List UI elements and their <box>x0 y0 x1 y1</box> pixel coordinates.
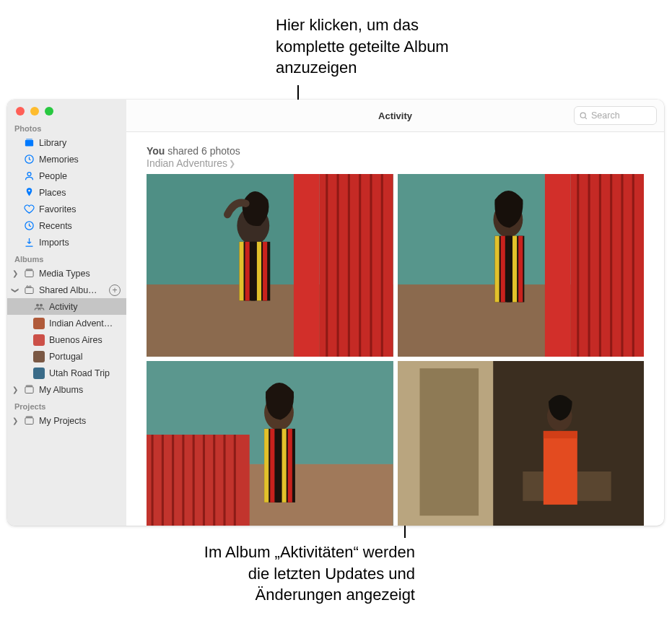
svg-point-4 <box>28 190 30 192</box>
svg-rect-19 <box>147 174 294 284</box>
shared-folder-icon <box>23 284 35 296</box>
sidebar-item-imports[interactable]: Imports <box>7 234 126 251</box>
svg-rect-0 <box>25 140 32 147</box>
photo-thumbnail[interactable] <box>398 174 645 357</box>
chevron-right-icon[interactable]: ❯ <box>12 269 19 277</box>
window-controls <box>7 100 126 120</box>
photo-thumbnail[interactable] <box>398 361 645 526</box>
sidebar-section-albums: Albums <box>7 251 126 265</box>
places-icon <box>23 187 35 199</box>
sidebar-item-label: Portugal <box>49 352 121 362</box>
add-shared-album-button[interactable]: + <box>109 284 121 296</box>
svg-rect-49 <box>494 236 499 303</box>
annotation-bottom: Im Album „Aktivitäten“ werden die letzte… <box>184 542 415 606</box>
recents-icon <box>23 220 35 232</box>
activity-icon <box>33 301 45 313</box>
share-action: shared 6 photos <box>167 145 240 157</box>
sidebar-section-projects: Projects <box>7 398 126 412</box>
chevron-down-icon[interactable]: ❯ <box>12 287 19 294</box>
sidebar-item-label: Memories <box>39 155 121 165</box>
svg-rect-51 <box>506 236 510 303</box>
activity-feed[interactable]: You shared 6 photos Indian Adventures ❯ <box>126 132 664 526</box>
photo-thumbnail[interactable] <box>147 174 393 357</box>
sidebar-item-places[interactable]: Places <box>7 184 126 201</box>
svg-rect-32 <box>245 242 250 301</box>
favorites-icon <box>23 204 35 215</box>
svg-rect-15 <box>25 418 32 425</box>
library-icon <box>23 137 35 149</box>
sidebar-item-label: My Projects <box>39 416 121 426</box>
photo-thumbnail[interactable] <box>147 361 393 526</box>
svg-rect-73 <box>288 429 292 503</box>
svg-rect-16 <box>26 417 32 417</box>
svg-rect-21 <box>294 174 320 357</box>
chevron-right-icon[interactable]: ❯ <box>12 417 19 425</box>
svg-rect-69 <box>264 429 269 503</box>
svg-rect-6 <box>25 271 32 277</box>
sidebar-item-shared-albums[interactable]: ❯ Shared Albu… + <box>7 282 126 298</box>
svg-rect-14 <box>26 386 32 386</box>
sidebar-item-label: Buenos Aires <box>49 335 121 345</box>
svg-rect-81 <box>543 431 577 438</box>
sidebar-item-recents[interactable]: Recents <box>7 217 126 234</box>
shared-album-name: Indian Adventures <box>147 157 227 169</box>
svg-point-12 <box>40 304 43 307</box>
svg-rect-71 <box>276 429 280 503</box>
sidebar-item-label: Activity <box>49 302 121 312</box>
svg-rect-76 <box>419 368 479 516</box>
svg-rect-53 <box>518 236 523 303</box>
sidebar-item-indian-adventures[interactable]: Indian Advent… <box>7 315 126 331</box>
minimize-window-button[interactable] <box>30 107 39 116</box>
svg-rect-80 <box>543 431 577 505</box>
chevron-right-icon[interactable]: ❯ <box>12 386 19 394</box>
album-thumb <box>33 351 45 362</box>
share-header: You shared 6 photos Indian Adventures ❯ <box>147 145 644 170</box>
sidebar-item-label: My Albums <box>39 385 121 395</box>
sidebar-item-library[interactable]: Library <box>7 134 126 151</box>
memories-icon <box>23 154 35 165</box>
svg-rect-33 <box>251 242 256 301</box>
sidebar-section-photos: Photos <box>7 120 126 134</box>
sidebar: Photos Library Memories People Places <box>7 100 126 526</box>
shared-album-link[interactable]: Indian Adventures ❯ <box>147 157 235 169</box>
fullscreen-window-button[interactable] <box>45 107 53 116</box>
chevron-right-icon: ❯ <box>229 159 235 168</box>
sidebar-item-activity[interactable]: Activity <box>7 298 126 315</box>
close-window-button[interactable] <box>16 107 25 116</box>
sidebar-item-label: Library <box>39 138 121 148</box>
svg-rect-50 <box>500 236 505 303</box>
svg-rect-35 <box>263 242 267 301</box>
photos-window: Photos Library Memories People Places <box>7 100 664 526</box>
folder-icon <box>23 415 35 427</box>
svg-rect-8 <box>25 287 32 293</box>
sidebar-item-portugal[interactable]: Portugal <box>7 348 126 365</box>
sidebar-item-label: Recents <box>39 221 121 231</box>
sidebar-item-label: Media Types <box>39 269 121 279</box>
sidebar-item-label: Places <box>39 188 121 198</box>
sidebar-item-label: Favorites <box>39 204 121 214</box>
share-who: You <box>147 145 165 157</box>
search-placeholder: Search <box>591 110 620 121</box>
search-icon <box>579 111 588 121</box>
svg-rect-72 <box>282 429 287 503</box>
sidebar-item-label: Imports <box>39 238 121 248</box>
sidebar-item-my-albums[interactable]: ❯ My Albums <box>7 381 126 398</box>
sidebar-item-favorites[interactable]: Favorites <box>7 201 126 217</box>
sidebar-item-people[interactable]: People <box>7 168 126 184</box>
svg-point-10 <box>29 286 31 288</box>
sidebar-item-memories[interactable]: Memories <box>7 151 126 168</box>
search-field[interactable]: Search <box>574 106 657 125</box>
svg-rect-31 <box>239 242 243 301</box>
svg-rect-39 <box>544 174 570 357</box>
folder-icon <box>23 268 35 279</box>
sidebar-item-utah-road-trip[interactable]: Utah Road Trip <box>7 365 126 381</box>
album-thumb <box>33 318 45 329</box>
sidebar-item-buenos-aires[interactable]: Buenos Aires <box>7 331 126 348</box>
photo-grid <box>147 174 644 526</box>
main-content: Activity Search You shared 6 photos Indi… <box>126 100 664 526</box>
svg-point-3 <box>27 173 31 176</box>
svg-rect-13 <box>25 387 32 394</box>
svg-rect-7 <box>26 269 32 270</box>
sidebar-item-my-projects[interactable]: ❯ My Projects <box>7 412 126 429</box>
sidebar-item-media-types[interactable]: ❯ Media Types <box>7 265 126 282</box>
